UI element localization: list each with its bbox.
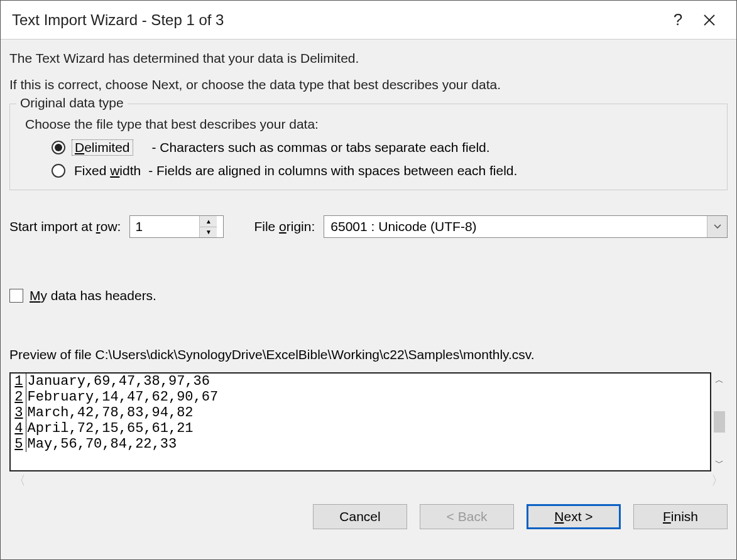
scroll-thumb[interactable]: [714, 411, 725, 433]
radio-delimited-desc: - Characters such as commas or tabs sepa…: [152, 140, 490, 155]
radio-fixed-width-desc: - Fields are aligned in columns with spa…: [148, 163, 517, 178]
preview-row: 4April,72,15,65,61,21: [11, 421, 219, 436]
intro-line-1: The Text Wizard has determined that your…: [9, 51, 728, 66]
preview-row-number: 3: [11, 405, 26, 421]
preview-row: 3March,42,78,83,94,82: [11, 405, 219, 421]
intro-line-2: If this is correct, choose Next, or choo…: [9, 77, 728, 92]
preview-row-number: 1: [11, 374, 26, 389]
finish-button[interactable]: Finish: [633, 504, 728, 529]
text-import-wizard-dialog: Text Import Wizard - Step 1 of 3 ? The T…: [0, 0, 737, 560]
file-origin-label: File origin:: [254, 219, 315, 234]
preview-area: 1January,69,47,38,97,362February,14,47,6…: [9, 372, 728, 471]
preview-row-text: May,56,70,84,22,33: [26, 436, 219, 452]
preview-box: 1January,69,47,38,97,362February,14,47,6…: [9, 372, 711, 471]
dialog-title: Text Import Wizard - Step 1 of 3: [12, 11, 662, 29]
preview-table: 1January,69,47,38,97,362February,14,47,6…: [11, 374, 219, 452]
preview-row-text: March,42,78,83,94,82: [26, 405, 219, 421]
preview-vertical-scrollbar[interactable]: ︿ ﹀: [711, 372, 728, 471]
start-row-input[interactable]: [130, 216, 199, 237]
import-settings-row: Start import at row: ▲ ▼ File origin: 65…: [9, 215, 728, 238]
radio-fixed-width-row[interactable]: Fixed width - Fields are aligned in colu…: [52, 163, 716, 178]
preview-row-text: January,69,47,38,97,36: [26, 374, 219, 389]
scroll-up-icon[interactable]: ︿: [715, 375, 724, 386]
start-row-label: Start import at row:: [9, 219, 121, 234]
preview-row: 5May,56,70,84,22,33: [11, 436, 219, 452]
group-legend: Original data type: [16, 95, 128, 110]
close-button[interactable]: [694, 4, 725, 36]
preview-row: 1January,69,47,38,97,36: [11, 374, 219, 389]
radio-delimited-label: Delimited: [72, 139, 133, 156]
preview-row: 2February,14,47,62,90,67: [11, 389, 219, 405]
file-origin-combo[interactable]: 65001 : Unicode (UTF-8): [324, 215, 728, 238]
preview-row-number: 5: [11, 436, 26, 452]
headers-checkbox[interactable]: [9, 289, 23, 303]
radio-delimited[interactable]: [52, 141, 65, 154]
spinner-down[interactable]: ▼: [200, 227, 217, 238]
close-icon: [704, 14, 715, 26]
preview-horizontal-scrollbar[interactable]: 〈 〉: [9, 473, 728, 488]
radio-fixed-width-label: Fixed width: [72, 163, 143, 178]
dialog-content: The Text Wizard has determined that your…: [1, 40, 736, 559]
group-instruction: Choose the file type that best describes…: [25, 117, 716, 132]
scroll-left-icon[interactable]: 〈: [13, 472, 26, 489]
next-button[interactable]: Next >: [527, 504, 621, 529]
file-origin-value: 65001 : Unicode (UTF-8): [324, 216, 707, 237]
chevron-down-icon: [714, 224, 721, 229]
help-button[interactable]: ?: [662, 4, 694, 36]
button-row: Cancel < Back Next > Finish: [9, 504, 728, 529]
headers-checkbox-row[interactable]: My data has headers.: [9, 288, 728, 303]
spinner-up[interactable]: ▲: [200, 216, 217, 227]
preview-row-text: April,72,15,65,61,21: [26, 421, 219, 436]
titlebar: Text Import Wizard - Step 1 of 3 ?: [1, 1, 736, 40]
radio-fixed-width[interactable]: [52, 164, 65, 178]
preview-row-text: February,14,47,62,90,67: [26, 389, 219, 405]
original-data-type-group: Original data type Choose the file type …: [9, 104, 728, 190]
start-row-spinner[interactable]: ▲ ▼: [129, 215, 224, 238]
preview-label: Preview of file C:\Users\dick\SynologyDr…: [9, 347, 728, 362]
back-button[interactable]: < Back: [420, 504, 514, 529]
radio-delimited-row[interactable]: Delimited - Characters such as commas or…: [52, 139, 716, 156]
preview-row-number: 4: [11, 421, 26, 436]
file-origin-dropdown-button[interactable]: [707, 216, 727, 237]
cancel-button[interactable]: Cancel: [313, 504, 407, 529]
scroll-right-icon[interactable]: 〉: [711, 472, 724, 489]
preview-row-number: 2: [11, 389, 26, 405]
scroll-down-icon[interactable]: ﹀: [715, 458, 724, 469]
headers-checkbox-label: My data has headers.: [30, 288, 156, 303]
